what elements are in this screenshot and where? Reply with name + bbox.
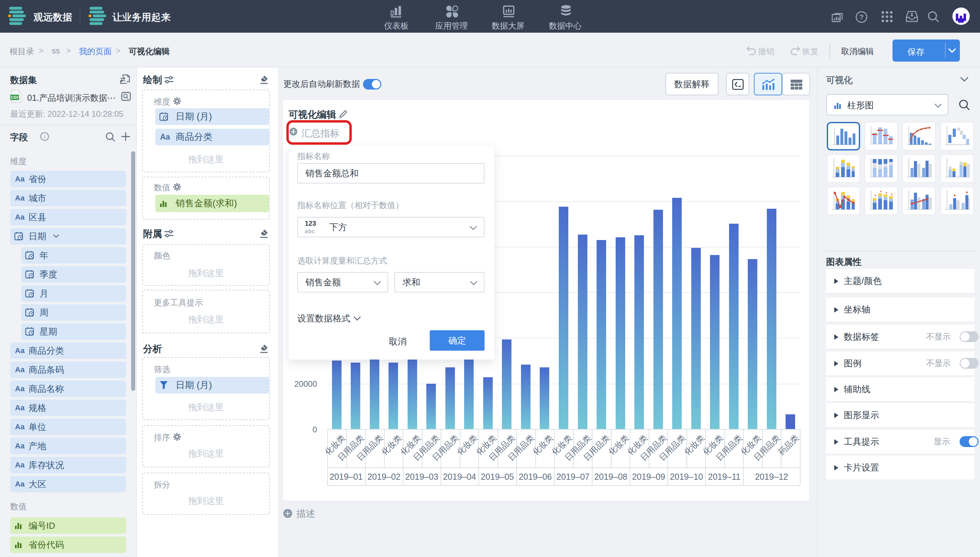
svg-text:?: ? bbox=[860, 13, 864, 21]
svg-text:CSV: CSV bbox=[11, 95, 19, 99]
svg-text:i: i bbox=[44, 134, 45, 140]
